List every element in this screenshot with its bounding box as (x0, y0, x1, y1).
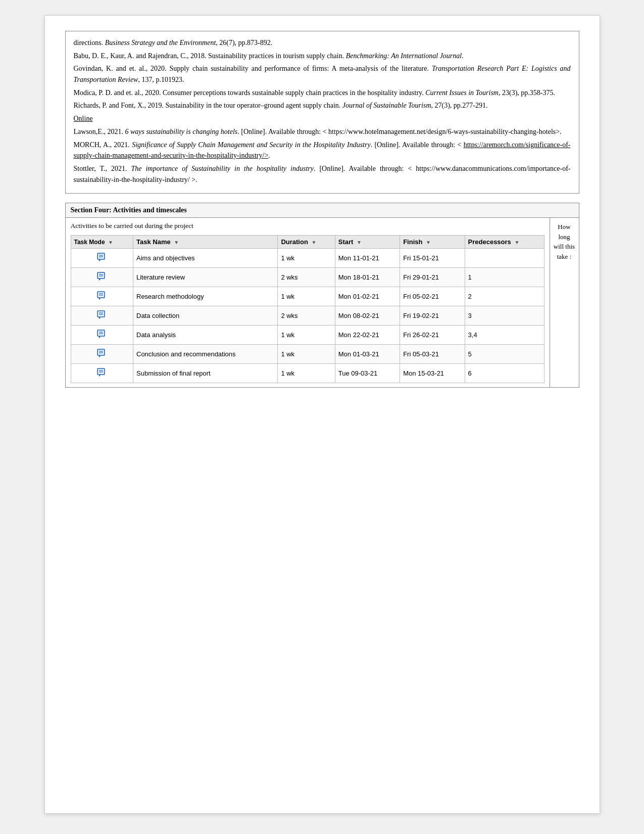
start-cell: Tue 09-03-21 (335, 364, 400, 383)
ref-directions: directions. Business Strategy and the En… (74, 37, 571, 49)
svg-rect-0 (97, 253, 105, 259)
sidebar-how-long: How long will this take : (550, 218, 579, 387)
start-cell: Mon 01-02-21 (335, 287, 400, 306)
ref-stottler: Stottler, T., 2021. The importance of Su… (74, 163, 571, 185)
task-mode-icon (96, 251, 108, 262)
gantt-table: Task Mode ▼ Task Name ▼ Duration ▼ Start… (71, 235, 544, 383)
task-mode-cell (71, 364, 133, 383)
task-name-dropdown-icon: ▼ (174, 240, 179, 245)
task-mode-icon (96, 347, 108, 358)
ref-lawson: Lawson,E., 2021. 6 ways sustainability i… (74, 126, 571, 137)
gantt-body: Aims and objectives1 wkMon 11-01-21Fri 1… (71, 249, 544, 383)
predecessors-cell: 3 (465, 306, 544, 326)
finish-cell: Fri 15-01-21 (400, 249, 465, 268)
task-name-cell: Research methodology (133, 287, 278, 306)
col-task-name[interactable]: Task Name ▼ (133, 236, 278, 249)
predecessors-cell: 3,4 (465, 326, 544, 345)
ref-govindan-journal: Transportation Research Part E: Logistic… (74, 65, 571, 83)
start-cell: Mon 08-02-21 (335, 306, 400, 326)
task-name-cell: Aims and objectives (133, 249, 278, 268)
ref-lawson-title: 6 ways sustainability is changing hotels (125, 128, 237, 135)
finish-cell: Fri 05-02-21 (400, 287, 465, 306)
table-area: Activities to be carried out during the … (66, 218, 550, 387)
svg-rect-12 (97, 311, 105, 317)
col-finish[interactable]: Finish ▼ (400, 236, 465, 249)
activities-label: Activities to be carried out during the … (71, 222, 544, 230)
duration-cell: 2 wks (278, 306, 335, 326)
ref-morch: MORCH, A., 2021. Significance of Supply … (74, 140, 571, 161)
task-mode-cell (71, 268, 133, 287)
svg-rect-24 (97, 368, 105, 375)
ref-morch-title: Significance of Supply Chain Management … (132, 141, 370, 149)
svg-rect-4 (97, 272, 105, 279)
task-mode-icon (96, 328, 108, 339)
task-mode-cell (71, 306, 133, 326)
section-header-text: Section Four: Activities and timescales (71, 206, 187, 214)
references-block: directions. Business Strategy and the En… (65, 31, 579, 194)
ref-stottler-title: The importance of Sustainability in the … (131, 165, 314, 172)
duration-cell: 2 wks (278, 268, 335, 287)
table-row: Literature review2 wksMon 18-01-21Fri 29… (71, 268, 544, 287)
duration-cell: 1 wk (278, 364, 335, 383)
table-header-row: Task Mode ▼ Task Name ▼ Duration ▼ Start… (71, 236, 544, 249)
task-mode-icon (96, 309, 108, 320)
start-dropdown-icon: ▼ (357, 240, 362, 245)
finish-cell: Fri 19-02-21 (400, 306, 465, 326)
task-mode-icon (96, 270, 108, 282)
task-name-cell: Conclusion and recommendations (133, 345, 278, 364)
predecessors-cell (465, 249, 544, 268)
task-name-cell: Data collection (133, 306, 278, 326)
section-four: Section Four: Activities and timescales … (65, 203, 579, 388)
ref-govindan: Govindan, K. and et. al., 2020. Supply c… (74, 63, 571, 85)
table-row: Research methodology1 wkMon 01-02-21Fri … (71, 287, 544, 306)
ref-richards-journal: Journal of Sustainable Tourism (342, 102, 431, 109)
col-predecessors[interactable]: Predecessors ▼ (465, 236, 544, 249)
predecessors-cell: 6 (465, 364, 544, 383)
ref-directions-journal: Business Strategy and the Environment (105, 39, 216, 47)
duration-cell: 1 wk (278, 249, 335, 268)
finish-cell: Fri 29-01-21 (400, 268, 465, 287)
duration-cell: 1 wk (278, 326, 335, 345)
start-cell: Mon 18-01-21 (335, 268, 400, 287)
predecessors-cell: 2 (465, 287, 544, 306)
predecessors-dropdown-icon: ▼ (514, 240, 519, 245)
section-body: Activities to be carried out during the … (66, 218, 579, 387)
section-header: Section Four: Activities and timescales (66, 203, 579, 218)
col-start[interactable]: Start ▼ (335, 236, 400, 249)
table-row: Submission of final report1 wkTue 09-03-… (71, 364, 544, 383)
predecessors-cell: 5 (465, 345, 544, 364)
table-row: Data collection2 wksMon 08-02-21Fri 19-0… (71, 306, 544, 326)
ref-babu: Babu, D. E., Kaur, A. and Rajendran, C.,… (74, 51, 571, 62)
task-mode-cell (71, 249, 133, 268)
task-mode-icon (96, 366, 108, 378)
task-mode-cell (71, 345, 133, 364)
start-cell: Mon 01-03-21 (335, 345, 400, 364)
duration-dropdown-icon: ▼ (311, 240, 316, 245)
finish-cell: Fri 26-02-21 (400, 326, 465, 345)
task-mode-cell (71, 326, 133, 345)
table-row: Conclusion and recommendations1 wkMon 01… (71, 345, 544, 364)
finish-cell: Fri 05-03-21 (400, 345, 465, 364)
predecessors-cell: 1 (465, 268, 544, 287)
page: directions. Business Strategy and the En… (44, 15, 600, 814)
ref-modica-journal: Current Issues in Tourism (425, 89, 499, 97)
online-label: Online (74, 115, 93, 122)
duration-cell: 1 wk (278, 287, 335, 306)
svg-rect-8 (97, 292, 105, 298)
col-duration[interactable]: Duration ▼ (278, 236, 335, 249)
task-name-cell: Submission of final report (133, 364, 278, 383)
ref-babu-journal: Benchmarking: An International Journal (346, 52, 462, 60)
duration-cell: 1 wk (278, 345, 335, 364)
start-cell: Mon 22-02-21 (335, 326, 400, 345)
task-name-cell: Literature review (133, 268, 278, 287)
task-mode-icon (96, 290, 108, 301)
svg-rect-20 (97, 349, 105, 355)
task-mode-cell (71, 287, 133, 306)
col-task-mode[interactable]: Task Mode ▼ (71, 236, 133, 249)
ref-modica: Modica, P. D. and et. al., 2020. Consume… (74, 87, 571, 99)
svg-rect-16 (97, 330, 105, 336)
task-name-cell: Data analysis (133, 326, 278, 345)
table-row: Data analysis1 wkMon 22-02-21Fri 26-02-2… (71, 326, 544, 345)
finish-dropdown-icon: ▼ (426, 240, 431, 245)
task-mode-dropdown-icon: ▼ (108, 240, 113, 245)
